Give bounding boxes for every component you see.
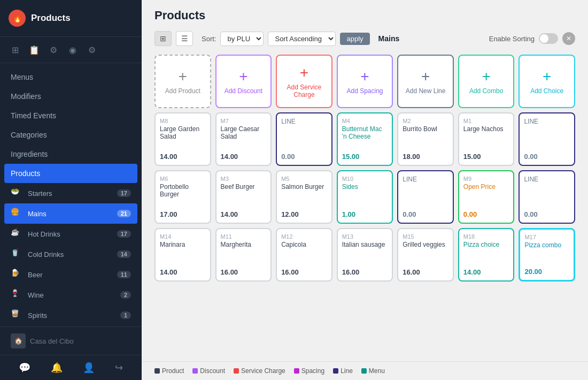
product-m5-code: M5: [281, 176, 327, 182]
nav-icon-5[interactable]: ⚙: [83, 41, 100, 58]
legend-spacing-label: Spacing: [301, 367, 324, 375]
apply-button[interactable]: apply: [340, 33, 369, 45]
card-m13-content: M13 Italian sausage 16.00: [342, 233, 388, 276]
product-card-m8[interactable]: M8 Large Garden Salad 14.00: [154, 112, 211, 166]
bell-icon[interactable]: 🔔: [51, 362, 63, 374]
line-1-text: LINE: [281, 118, 327, 125]
card-m2-content: M2 Burrito Bowl 18.00: [403, 118, 448, 161]
product-m2-code: M2: [403, 118, 448, 124]
legend-spacing: Spacing: [294, 367, 324, 375]
product-m4-name: Butternut Mac 'n Cheese: [342, 125, 388, 140]
grid-view-button[interactable]: ⊞: [154, 31, 172, 46]
product-card-m11[interactable]: M11 Margherita 16.00: [215, 228, 272, 282]
add-product-label: Add Product: [165, 87, 200, 95]
add-spacing-card[interactable]: + Add Spacing: [337, 55, 393, 108]
add-discount-inner: + Add Discount: [225, 60, 262, 103]
cat-hot-drinks-badge: 17: [117, 230, 131, 238]
sidebar-cat-wine[interactable]: 🍷 Wine 2: [0, 285, 142, 305]
line-3-text: LINE: [403, 176, 448, 183]
product-card-m4[interactable]: M4 Butternut Mac 'n Cheese 15.00: [337, 112, 393, 166]
sidebar-item-modifiers[interactable]: Modifiers: [0, 87, 142, 106]
card-m11-content: M11 Margherita 16.00: [221, 233, 267, 276]
sidebar-cat-hot-drinks[interactable]: ☕ Hot Drinks 17: [0, 224, 142, 244]
cat-cold-drinks-icon: 🥤: [11, 248, 22, 260]
add-service-charge-card[interactable]: + Add Service Charge: [276, 55, 332, 108]
product-card-m17[interactable]: M17 Pizza combo 20.00: [519, 228, 575, 282]
product-card-m1[interactable]: M1 Large Nachos 15.00: [458, 112, 515, 166]
nav-icon-2[interactable]: 📋: [26, 41, 43, 58]
product-card-line-1[interactable]: LINE 0.00: [276, 112, 332, 166]
add-combo-inner: + Add Combo: [469, 60, 503, 103]
cat-beer-icon: 🍺: [11, 269, 22, 280]
card-line-4-content: LINE 0.00: [524, 176, 570, 218]
product-m3-name: Beef Burger: [221, 183, 267, 191]
chat-icon[interactable]: 💬: [19, 362, 30, 374]
product-card-m15[interactable]: M15 Grilled veggies 16.00: [397, 228, 454, 282]
product-card-m9[interactable]: M9 Open Price 0.00: [458, 170, 515, 224]
enable-sorting-toggle[interactable]: [539, 33, 558, 44]
sidebar-item-timed-events[interactable]: Timed Events: [0, 106, 142, 125]
product-card-line-2[interactable]: LINE 0.00: [519, 112, 575, 166]
legend-bar: Product Discount Service Charge Spacing …: [142, 361, 588, 380]
sidebar-cat-cold-drinks[interactable]: 🥤 Cold Drinks 14: [0, 244, 142, 264]
sidebar-nav: Menus Modifiers Timed Events Categories …: [0, 63, 142, 326]
product-m3-price: 14.00: [221, 210, 267, 218]
add-choice-plus-icon: +: [543, 68, 551, 85]
product-card-m2[interactable]: M2 Burrito Bowl 18.00: [397, 112, 454, 166]
sort-by-select[interactable]: by PLU: [220, 32, 264, 46]
product-card-m7[interactable]: M7 Large Caesar Salad 14.00: [215, 112, 272, 166]
line-3-price: 0.00: [403, 210, 448, 218]
add-new-line-card[interactable]: + Add New Line: [397, 55, 454, 108]
product-m1-code: M1: [463, 118, 509, 124]
user-icon[interactable]: 👤: [83, 362, 95, 374]
sidebar-cat-spirits[interactable]: 🥃 Spirits 1: [0, 305, 142, 325]
add-new-line-inner: + Add New Line: [406, 60, 446, 103]
product-card-m14[interactable]: M14 Marinara 14.00: [154, 228, 211, 282]
add-choice-card[interactable]: + Add Choice: [519, 55, 575, 108]
product-m10-code: M10: [342, 176, 388, 182]
legend-product-dot: [154, 368, 160, 374]
product-card-line-4[interactable]: LINE 0.00: [519, 170, 575, 224]
card-m3-content: M3 Beef Burger 14.00: [221, 176, 267, 218]
enable-sorting-control: Enable Sorting ✕: [489, 32, 575, 45]
card-m1-content: M1 Large Nachos 15.00: [463, 118, 509, 161]
product-m8-price: 14.00: [160, 153, 206, 161]
current-menu-label: Mains: [378, 34, 400, 43]
sidebar-item-products[interactable]: Products: [4, 164, 137, 183]
product-m17-price: 20.00: [524, 268, 569, 276]
product-card-m3[interactable]: M3 Beef Burger 14.00: [215, 170, 272, 224]
sort-order-select[interactable]: Sort Ascending: [268, 32, 336, 46]
nav-icon-4[interactable]: ◉: [64, 41, 81, 58]
product-card-m6[interactable]: M6 Portobello Burger 17.00: [154, 170, 211, 224]
add-discount-label: Add Discount: [225, 87, 262, 95]
legend-menu-dot: [361, 368, 367, 374]
nav-icon-1[interactable]: ⊞: [6, 41, 24, 58]
cat-mains-badge: 21: [117, 210, 131, 217]
product-card-m13[interactable]: M13 Italian sausage 16.00: [337, 228, 393, 282]
product-m15-name: Grilled veggies: [403, 241, 448, 248]
add-combo-label: Add Combo: [469, 87, 503, 95]
product-card-m5[interactable]: M5 Salmon Burger 12.00: [276, 170, 332, 224]
list-view-button[interactable]: ☰: [176, 31, 193, 46]
sidebar-cat-starters[interactable]: 🥗 Starters 17: [0, 183, 142, 203]
product-card-m12[interactable]: M12 Capicola 16.00: [276, 228, 332, 282]
product-card-line-3[interactable]: LINE 0.00: [397, 170, 454, 224]
sidebar-item-categories[interactable]: Categories: [0, 125, 142, 145]
nav-icon-3[interactable]: ⚙: [45, 41, 62, 58]
sidebar-cat-mains[interactable]: 🍔 Mains 21: [4, 203, 137, 224]
add-combo-card[interactable]: + Add Combo: [458, 55, 515, 108]
sidebar-item-menus-label: Menus: [11, 73, 33, 81]
add-discount-card[interactable]: + Add Discount: [215, 55, 272, 108]
sidebar-cat-beer[interactable]: 🍺 Beer 11: [0, 264, 142, 285]
add-product-card[interactable]: + Add Product: [154, 55, 211, 108]
product-card-m18[interactable]: M18 Pizza choice 14.00: [458, 228, 515, 282]
sidebar-item-ingredients[interactable]: Ingredients: [0, 145, 142, 164]
sidebar-item-modifiers-label: Modifiers: [11, 92, 41, 101]
sidebar-item-menus[interactable]: Menus: [0, 67, 142, 87]
sidebar-footer: 🏠 Casa del Cibo: [0, 326, 142, 355]
logout-icon[interactable]: ↪: [115, 362, 123, 374]
app-title: Products: [31, 13, 71, 24]
close-button[interactable]: ✕: [562, 32, 575, 45]
product-card-m10[interactable]: M10 Sides 1.00: [337, 170, 393, 224]
product-m6-name: Portobello Burger: [160, 183, 206, 198]
